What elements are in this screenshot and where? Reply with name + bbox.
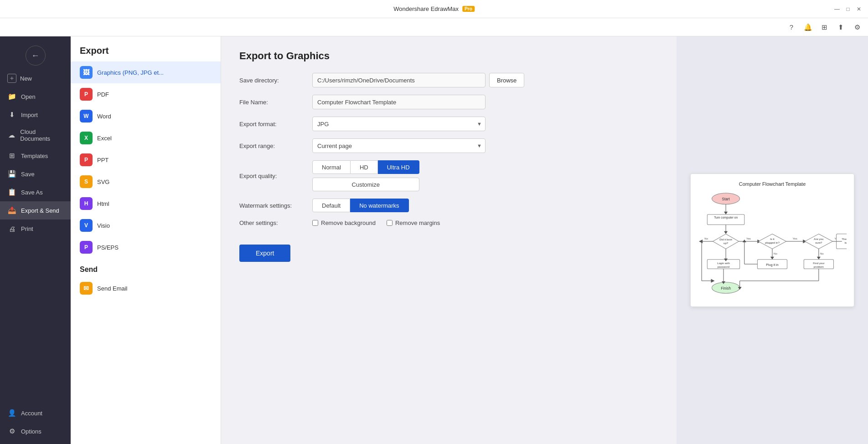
svg-marker-24: [770, 257, 774, 260]
watermark-label: Watermark settings:: [239, 202, 312, 209]
export-quality-label: Export quality:: [239, 173, 312, 179]
save-directory-row: Save directory: Browse: [239, 73, 658, 87]
svg-text:No: No: [774, 252, 777, 255]
visio-icon: V: [80, 219, 93, 232]
export-format-select[interactable]: JPG PNG BMP SVG: [312, 117, 486, 131]
quality-hd-button[interactable]: HD: [351, 160, 378, 174]
export-format-wrapper: JPG PNG BMP SVG ▼: [312, 117, 486, 131]
watermark-default-button[interactable]: Default: [312, 199, 350, 212]
sidebar-item-import[interactable]: ⬇ Import: [0, 106, 71, 124]
export-item-pdf[interactable]: P PDF: [71, 83, 221, 105]
sidebar-saveas-label: Save As: [21, 189, 43, 196]
export-item-visio[interactable]: V Visio: [71, 214, 221, 236]
saveas-icon: 📋: [7, 188, 16, 197]
sidebar-print-label: Print: [21, 225, 33, 232]
sidebar-new-label: New: [20, 75, 32, 82]
sidebar-item-new[interactable]: ＋ New: [0, 69, 71, 87]
export-item-pseps[interactable]: P PS/EPS: [71, 236, 221, 258]
quality-normal-button[interactable]: Normal: [312, 160, 351, 174]
export-item-svg[interactable]: S SVG: [71, 171, 221, 193]
svg-marker-7: [724, 231, 728, 234]
sidebar-item-open[interactable]: 📁 Open: [0, 87, 71, 106]
close-button[interactable]: ✕: [855, 5, 863, 13]
export-item-ppt[interactable]: P PPT: [71, 149, 221, 171]
help-icon[interactable]: ?: [786, 22, 797, 33]
customize-button[interactable]: Customize: [312, 178, 419, 191]
sidebar-open-label: Open: [21, 93, 36, 100]
svg-text:Plug it in: Plug it in: [766, 263, 778, 267]
svg-marker-15: [699, 240, 703, 243]
maximize-button[interactable]: □: [844, 5, 852, 13]
sidebar-item-templates[interactable]: ⊞ Templates: [0, 147, 71, 165]
share-icon[interactable]: ⬆: [835, 22, 846, 33]
svg-text:Yes: Yes: [793, 237, 797, 240]
svg-text:problem: problem: [814, 265, 824, 268]
sidebar-item-export[interactable]: 📤 Export & Send: [0, 201, 71, 219]
settings-icon[interactable]: ⚙: [852, 22, 863, 33]
other-settings-row: Other settings: Remove background Remove…: [239, 219, 658, 226]
preview-area: Computer Flowchart Template Start Turn c…: [677, 36, 868, 444]
export-button[interactable]: Export: [239, 245, 290, 262]
options-icon: ⚙: [7, 427, 16, 436]
export-item-excel[interactable]: X Excel: [71, 127, 221, 149]
pdf-icon: P: [80, 88, 93, 101]
export-excel-label: Excel: [97, 135, 112, 142]
excel-icon: X: [80, 132, 93, 144]
remove-margins-label: Remove margins: [395, 219, 440, 226]
remove-background-checkbox[interactable]: [312, 220, 318, 226]
other-settings-checkboxes: Remove background Remove margins: [312, 219, 440, 226]
svg-text:No: No: [704, 237, 708, 240]
export-item-html[interactable]: H Html: [71, 193, 221, 214]
export-visio-label: Visio: [97, 222, 110, 229]
main-layout: ← ＋ New 📁 Open ⬇ Import ☁ Cloud Document…: [0, 36, 868, 444]
window-controls: — □ ✕: [833, 5, 863, 13]
save-directory-input[interactable]: [312, 73, 486, 87]
export-range-label: Export range:: [239, 143, 312, 149]
sidebar: ← ＋ New 📁 Open ⬇ Import ☁ Cloud Document…: [0, 36, 71, 444]
save-directory-label: Save directory:: [239, 77, 312, 84]
file-name-input[interactable]: [312, 95, 486, 109]
svg-text:is broken: is broken: [845, 241, 847, 245]
svg-marker-30: [743, 240, 746, 242]
export-item-email[interactable]: ✉ Send Email: [71, 277, 221, 299]
export-item-word[interactable]: W Word: [71, 105, 221, 127]
sidebar-item-saveas[interactable]: 📋 Save As: [0, 183, 71, 201]
quality-ultrahd-button[interactable]: Ultra HD: [378, 160, 419, 174]
other-settings-label: Other settings:: [239, 219, 312, 226]
export-range-select[interactable]: Current page All pages Selection: [312, 138, 486, 153]
sidebar-item-cloud[interactable]: ☁ Cloud Documents: [0, 124, 71, 147]
remove-margins-checkbox[interactable]: [387, 220, 393, 226]
watermark-none-button[interactable]: No watermarks: [350, 199, 408, 212]
minimize-button[interactable]: —: [833, 5, 841, 13]
app-name-text: Wondershare EdrawMax: [393, 5, 459, 12]
sidebar-item-print[interactable]: 🖨 Print: [0, 219, 71, 238]
sidebar-item-account[interactable]: 👤 Account: [0, 404, 71, 422]
templates-icon: ⊞: [7, 151, 16, 160]
remove-margins-item[interactable]: Remove margins: [387, 219, 440, 226]
export-pseps-label: PS/EPS: [97, 244, 119, 251]
app-title: Wondershare EdrawMax Pro: [393, 5, 475, 12]
svg-text:Did it boot: Did it boot: [719, 238, 732, 241]
watermark-row: Watermark settings: Default No watermark…: [239, 199, 658, 212]
save-icon: 💾: [7, 169, 16, 179]
sidebar-options-label: Options: [21, 428, 41, 435]
export-email-label: Send Email: [97, 285, 127, 292]
back-button[interactable]: ←: [26, 46, 46, 66]
quality-button-group: Normal HD Ultra HD: [312, 160, 419, 174]
preview-diagram-title: Computer Flowchart Template: [698, 181, 847, 187]
new-plus-icon: ＋: [7, 74, 16, 83]
export-html-label: Html: [97, 200, 109, 207]
export-item-graphics[interactable]: 🖼 Graphics (PNG, JPG et...: [71, 61, 221, 83]
browse-button[interactable]: Browse: [489, 73, 524, 87]
export-range-wrapper: Current page All pages Selection ▼: [312, 138, 486, 153]
svg-text:up?: up?: [723, 242, 728, 245]
sidebar-item-save[interactable]: 💾 Save: [0, 165, 71, 183]
file-name-label: File Name:: [239, 99, 312, 106]
export-panel: Export 🖼 Graphics (PNG, JPG et... P PDF …: [71, 36, 221, 444]
notification-icon[interactable]: 🔔: [802, 22, 813, 33]
svg-text:Is it: Is it: [770, 237, 775, 240]
remove-background-item[interactable]: Remove background: [312, 219, 376, 226]
apps-icon[interactable]: ⊞: [819, 22, 830, 33]
graphics-icon: 🖼: [80, 66, 93, 79]
sidebar-item-options[interactable]: ⚙ Options: [0, 422, 71, 440]
